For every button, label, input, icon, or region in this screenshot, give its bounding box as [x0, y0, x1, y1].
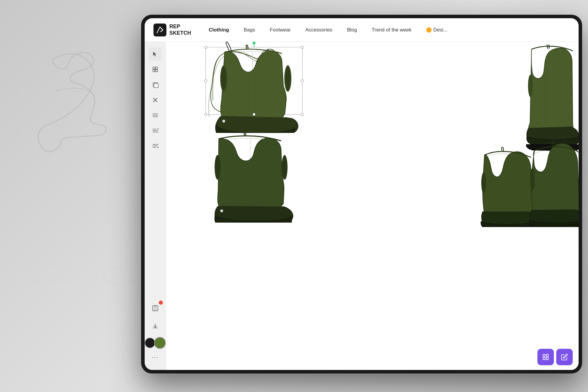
main-content: ··· — [145, 42, 579, 370]
svg-point-23 — [221, 67, 226, 90]
nav-accessories[interactable]: Accessories — [305, 27, 333, 33]
color-picker[interactable] — [145, 337, 166, 349]
svg-point-26 — [222, 120, 225, 123]
top-nav: REP SKETCH Clothing Bags Footwear Access… — [145, 18, 579, 42]
tool-grid[interactable] — [149, 63, 162, 76]
tool-lines[interactable] — [149, 109, 162, 122]
nav-design[interactable]: Desi... — [426, 27, 447, 33]
canvas-area[interactable] — [166, 42, 579, 370]
color-black[interactable] — [145, 338, 155, 348]
tool-download[interactable] — [149, 319, 162, 332]
tool-save[interactable] — [149, 302, 162, 315]
logo-text: REP SKETCH — [169, 24, 191, 36]
svg-rect-4 — [156, 70, 158, 72]
logo-area[interactable]: REP SKETCH — [153, 24, 191, 36]
boot-top-left[interactable] — [183, 42, 325, 133]
nav-clothing[interactable]: Clothing — [209, 27, 229, 33]
svg-rect-36 — [546, 358, 548, 360]
tablet-frame: REP SKETCH Clothing Bags Footwear Access… — [141, 15, 582, 373]
tool-sort-desc[interactable] — [149, 139, 162, 152]
svg-rect-20 — [153, 309, 157, 311]
more-menu[interactable]: ··· — [151, 353, 158, 361]
left-sidebar: ··· — [145, 42, 166, 370]
edit-button[interactable] — [556, 349, 573, 365]
svg-point-25 — [285, 67, 290, 90]
tool-close[interactable] — [149, 94, 162, 106]
svg-rect-6 — [154, 84, 158, 88]
tool-cursor[interactable] — [149, 48, 162, 61]
svg-point-27 — [215, 155, 220, 180]
color-green[interactable] — [154, 337, 166, 349]
boot-bottom-right-2[interactable] — [520, 136, 579, 227]
bottom-actions — [537, 349, 573, 365]
svg-point-29 — [220, 209, 223, 212]
svg-rect-1 — [153, 67, 155, 69]
boot-bottom-left[interactable] — [195, 131, 307, 223]
svg-rect-2 — [156, 67, 158, 69]
tool-layers[interactable] — [149, 78, 162, 91]
orange-dot-icon — [426, 27, 432, 33]
svg-point-30 — [528, 75, 533, 97]
svg-rect-19 — [154, 306, 156, 308]
nav-bags[interactable]: Bags — [244, 27, 255, 33]
svg-point-32 — [530, 168, 535, 191]
svg-rect-3 — [153, 70, 155, 72]
nav-blog[interactable]: Blog — [347, 27, 357, 33]
svg-point-28 — [282, 155, 288, 180]
logo-icon — [153, 24, 166, 36]
nav-trend[interactable]: Trend of the week — [372, 27, 411, 33]
save-badge — [159, 301, 163, 305]
svg-rect-34 — [546, 354, 548, 356]
svg-rect-35 — [543, 358, 545, 360]
nav-links: Clothing Bags Footwear Accessories Blog … — [209, 27, 570, 33]
svg-rect-33 — [543, 354, 545, 356]
tool-sort-asc[interactable] — [149, 124, 162, 137]
nav-footwear[interactable]: Footwear — [270, 27, 291, 33]
svg-point-31 — [481, 172, 486, 194]
grid-view-button[interactable] — [537, 349, 554, 365]
